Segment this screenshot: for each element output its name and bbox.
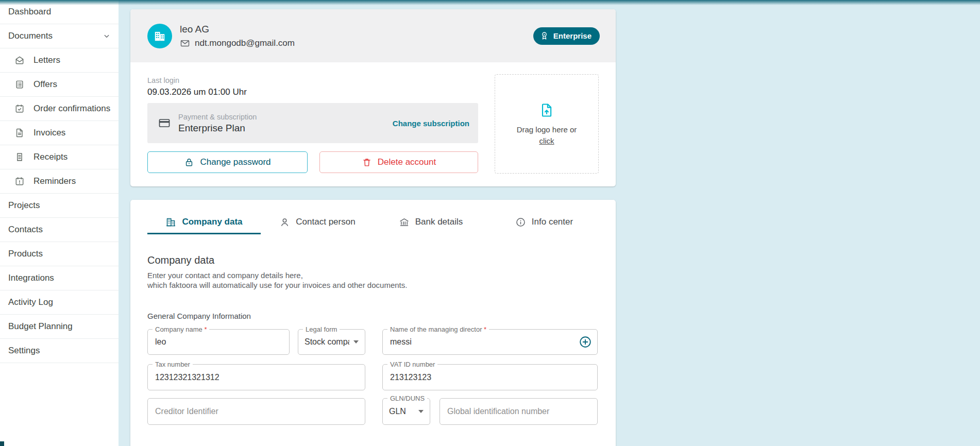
company-name-field[interactable]: Company name * [147,329,290,355]
dropdown-caret-icon [353,340,359,344]
tab-label: Contact person [296,217,355,227]
tab-label: Bank details [415,217,463,227]
delete-account-button[interactable]: Delete account [319,151,478,173]
creditor-identifier-field[interactable] [147,398,365,425]
sidebar-item-activity-log[interactable]: Activity Log [0,290,119,315]
sidebar-item-budget-planning[interactable]: Budget Planning [0,315,119,339]
legal-form-value: Stock compa... [305,337,349,347]
last-login-value: 09.03.2026 um 01:00 Uhr [147,87,247,97]
sidebar-item-projects[interactable]: Projects [0,194,119,218]
gln-duns-value: GLN [389,407,414,416]
sidebar-item-label: Receipts [33,152,111,162]
sidebar-item-label: Activity Log [8,297,111,307]
account-email: ndt.mongodb@gmail.com [195,38,295,48]
vat-id-input[interactable] [383,365,597,390]
tax-number-input[interactable] [148,365,365,390]
sidebar-item-label: Settings [8,346,111,356]
account-body: Last login 09.03.2026 um 01:00 Uhr Payme… [130,62,616,186]
last-login-label: Last login [147,76,247,84]
email-row: ndt.mongodb@gmail.com [180,38,533,48]
receipts-icon [14,152,25,162]
scrollbar-corner [0,441,4,446]
gln-duns-field-label: GLN/DUNS [387,394,427,402]
general-info-section-title: General Company Information [147,312,251,320]
letters-icon [14,55,25,65]
company-data-description: Enter your contact and company details h… [147,270,407,290]
plan-badge[interactable]: Enterprise [533,27,600,45]
tab-contact-person[interactable]: Contact person [261,211,374,234]
tab-info-center[interactable]: Info center [487,211,601,234]
global-id-field[interactable] [440,398,598,425]
legal-form-field-label: Legal form [303,325,340,333]
sidebar-item-label: Products [8,249,111,259]
sidebar-item-reminders[interactable]: Reminders [0,169,119,194]
tab-company-data[interactable]: Company data [147,211,261,234]
payment-labels: Payment & subscription Enterprise Plan [178,113,393,134]
payment-label: Payment & subscription [178,113,393,121]
sidebar-item-offers[interactable]: Offers [0,73,119,97]
sidebar-item-documents[interactable]: Documents [0,24,119,48]
add-director-button[interactable] [579,335,592,349]
award-ribbon-icon [539,31,549,41]
sidebar-item-integrations[interactable]: Integrations [0,266,119,290]
credit-card-icon [158,117,171,129]
tab-label: Company data [182,217,242,227]
sidebar-item-label: Offers [33,79,111,90]
sidebar-item-label: Order confirmations [33,104,111,114]
sidebar-item-label: Budget Planning [8,321,111,332]
company-name: leo AG [180,24,533,35]
top-gradient-strip [0,0,980,5]
order-confirmations-icon [14,104,25,114]
dropdown-caret-icon [418,410,424,413]
sidebar-item-label: Documents [8,31,102,41]
sidebar-item-settings[interactable]: Settings [0,339,119,363]
global-id-input[interactable] [440,399,597,424]
account-card: leo AG ndt.mongodb@gmail.com Enterprise … [130,9,616,186]
change-password-label: Change password [200,157,271,167]
sidebar-item-label: Invoices [33,128,111,138]
logo-dropzone[interactable]: Drag logo here or click [495,74,599,174]
account-actions: Change password Delete account [147,151,478,173]
company-identity: leo AG ndt.mongodb@gmail.com [180,24,533,48]
gln-duns-select[interactable]: GLN/DUNS GLN [382,398,430,425]
legal-form-select[interactable]: Legal form Stock compa... [298,329,365,355]
mail-icon [180,38,190,48]
dropzone-click-link[interactable]: click [539,136,554,145]
tax-number-field[interactable]: Tax number [147,364,365,390]
managing-director-input[interactable] [383,330,597,354]
company-settings-card: Company data Contact person Bank details… [130,200,616,446]
chevron-down-icon [102,31,111,41]
company-avatar [147,24,172,48]
creditor-identifier-input[interactable] [148,399,365,424]
sidebar-item-label: Reminders [33,176,111,186]
invoices-icon [14,128,25,138]
sidebar-item-letters[interactable]: Letters [0,48,119,73]
settings-tabs: Company data Contact person Bank details… [147,211,601,234]
sidebar-item-products[interactable]: Products [0,242,119,266]
reminders-icon [14,176,25,186]
managing-director-field[interactable]: Name of the managing director * [382,329,598,355]
sidebar-item-label: Projects [8,200,111,211]
account-header: leo AG ndt.mongodb@gmail.com Enterprise [130,9,616,62]
sidebar-item-contacts[interactable]: Contacts [0,218,119,242]
sidebar-item-invoices[interactable]: Invoices [0,121,119,145]
sidebar: Dashboard Documents Letters Offers Order… [0,0,119,446]
tab-bank-details[interactable]: Bank details [374,211,487,234]
sidebar-item-label: Integrations [8,273,111,283]
person-icon [279,217,290,228]
company-data-heading: Company data [147,254,214,266]
sidebar-item-order-confirmations[interactable]: Order confirmations [0,97,119,121]
sidebar-item-receipts[interactable]: Receipts [0,145,119,169]
file-upload-icon [539,102,554,118]
company-building-icon [165,217,176,228]
description-line-1: Enter your contact and company details h… [147,270,407,280]
sidebar-item-label: Dashboard [8,7,111,17]
trash-icon [362,157,372,167]
vat-id-field[interactable]: VAT ID number [382,364,598,390]
company-name-input[interactable] [148,330,289,354]
sidebar-item-label: Contacts [8,225,111,235]
change-password-button[interactable]: Change password [147,151,308,173]
lock-icon [184,157,194,167]
description-line-2: which faktoora will automatically use fo… [147,280,407,290]
change-subscription-link[interactable]: Change subscription [393,119,469,128]
